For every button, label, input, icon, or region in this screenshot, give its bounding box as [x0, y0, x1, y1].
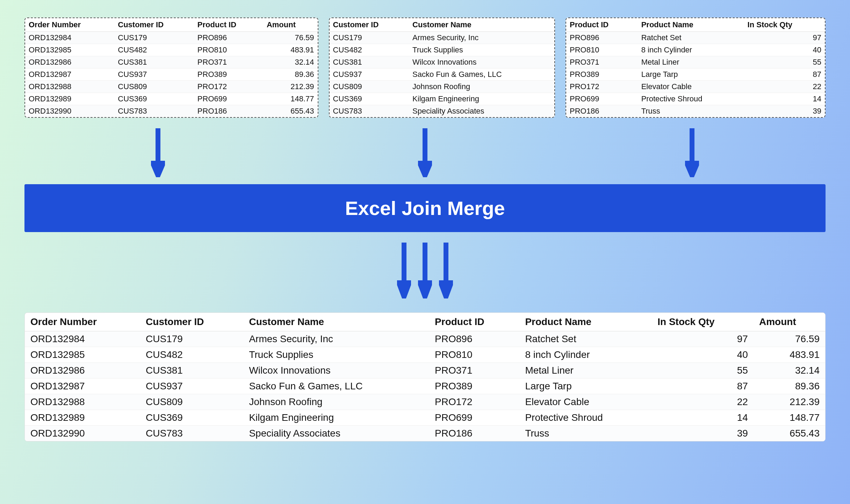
cell: CUS381: [114, 56, 194, 69]
cell: ORD132986: [25, 363, 140, 379]
cell: Protective Shroud: [519, 410, 652, 426]
arrow-down-icon: [418, 243, 432, 298]
cell: 212.39: [754, 394, 825, 410]
cell: PRO186: [194, 105, 263, 117]
table-row: ORD132990CUS783PRO186655.43: [25, 105, 318, 117]
cell: 76.59: [754, 331, 825, 347]
cell: Wilcox Innovations: [243, 363, 429, 379]
cell: Johnson Roofing: [243, 394, 429, 410]
cell: CUS179: [114, 32, 194, 44]
cell: ORD132988: [25, 394, 140, 410]
cell: ORD132987: [25, 379, 140, 394]
cell: PRO371: [566, 56, 638, 69]
cell: 655.43: [263, 105, 318, 117]
cell: PRO371: [194, 56, 263, 69]
table-row: ORD132989CUS369PRO699148.77: [25, 93, 318, 105]
source-tables-row: Order NumberCustomer IDProduct IDAmountO…: [24, 17, 826, 118]
column-header: Customer ID: [114, 18, 194, 32]
cell: 148.77: [754, 410, 825, 426]
arrow-down-icon: [418, 128, 432, 177]
table-row: ORD132987CUS937PRO38989.36: [25, 69, 318, 81]
table-row: CUS809Johnson Roofing: [330, 81, 554, 93]
cell: 87: [744, 69, 825, 81]
cell: CUS369: [140, 410, 243, 426]
cell: PRO699: [429, 410, 519, 426]
cell: Large Tarp: [638, 69, 744, 81]
cell: CUS783: [330, 105, 409, 117]
cell: ORD132986: [25, 56, 114, 69]
cell: 483.91: [263, 44, 318, 56]
cell: PRO699: [566, 93, 638, 105]
table-row: ORD132990CUS783Speciality AssociatesPRO1…: [25, 426, 825, 441]
column-header: Product ID: [194, 18, 263, 32]
table-row: ORD132984CUS179PRO89676.59: [25, 32, 318, 44]
table-row: CUS937Sacko Fun & Games, LLC: [330, 69, 554, 81]
top-arrows-row: [24, 128, 826, 177]
cell: 40: [652, 347, 754, 363]
cell: Wilcox Innovations: [409, 56, 554, 69]
table-row: PRO371Metal Liner55: [566, 56, 825, 69]
cell: CUS809: [140, 394, 243, 410]
table-row: ORD132988CUS809Johnson RoofingPRO172Elev…: [25, 394, 825, 410]
cell: Ratchet Set: [638, 32, 744, 44]
orders-table-grid: Order NumberCustomer IDProduct IDAmountO…: [25, 18, 318, 117]
table-row: ORD132986CUS381PRO37132.14: [25, 56, 318, 69]
column-header: Product ID: [566, 18, 638, 32]
column-header: Product Name: [638, 18, 744, 32]
cell: CUS179: [140, 331, 243, 347]
table-row: ORD132984CUS179Armes Security, IncPRO896…: [25, 331, 825, 347]
cell: CUS783: [140, 426, 243, 441]
cell: Large Tarp: [519, 379, 652, 394]
cell: 39: [652, 426, 754, 441]
cell: PRO186: [566, 105, 638, 117]
cell: Armes Security, Inc: [243, 331, 429, 347]
cell: Johnson Roofing: [409, 81, 554, 93]
table-row: CUS179Armes Security, Inc: [330, 32, 554, 44]
cell: ORD132990: [25, 105, 114, 117]
cell: PRO896: [194, 32, 263, 44]
cell: 40: [744, 44, 825, 56]
cell: Armes Security, Inc: [409, 32, 554, 44]
cell: 14: [744, 93, 825, 105]
cell: 148.77: [263, 93, 318, 105]
cell: CUS937: [114, 69, 194, 81]
cell: 89.36: [754, 379, 825, 394]
arrow-down-icon: [685, 128, 699, 177]
table-row: PRO699Protective Shroud14: [566, 93, 825, 105]
cell: ORD132985: [25, 44, 114, 56]
table-row: ORD132986CUS381Wilcox InnovationsPRO371M…: [25, 363, 825, 379]
cell: Sacko Fun & Games, LLC: [243, 379, 429, 394]
cell: PRO699: [194, 93, 263, 105]
cell: PRO186: [429, 426, 519, 441]
cell: 32.14: [263, 56, 318, 69]
cell: PRO389: [429, 379, 519, 394]
table-row: ORD132987CUS937Sacko Fun & Games, LLCPRO…: [25, 379, 825, 394]
mid-arrows-row: [24, 243, 826, 298]
table-row: ORD132989CUS369Kilgam EngineeringPRO699P…: [25, 410, 825, 426]
column-header: Order Number: [25, 18, 114, 32]
cell: CUS937: [140, 379, 243, 394]
table-row: ORD132985CUS482PRO810483.91: [25, 44, 318, 56]
arrow-down-icon: [151, 128, 165, 177]
column-header: In Stock Qty: [744, 18, 825, 32]
cell: Ratchet Set: [519, 331, 652, 347]
column-header: Customer ID: [330, 18, 409, 32]
cell: CUS179: [330, 32, 409, 44]
cell: PRO389: [194, 69, 263, 81]
customers-table-grid: Customer IDCustomer NameCUS179Armes Secu…: [330, 18, 554, 117]
table-row: PRO896Ratchet Set97: [566, 32, 825, 44]
cell: PRO810: [194, 44, 263, 56]
cell: Kilgam Engineering: [243, 410, 429, 426]
column-header: Amount: [263, 18, 318, 32]
column-header: Product ID: [429, 313, 519, 331]
cell: 483.91: [754, 347, 825, 363]
column-header: Product Name: [519, 313, 652, 331]
cell: Kilgam Engineering: [409, 93, 554, 105]
table-row: PRO186Truss39: [566, 105, 825, 117]
cell: ORD132990: [25, 426, 140, 441]
cell: PRO172: [566, 81, 638, 93]
column-header: Order Number: [25, 313, 140, 331]
cell: Elevator Cable: [519, 394, 652, 410]
column-header: Amount: [754, 313, 825, 331]
cell: CUS783: [114, 105, 194, 117]
